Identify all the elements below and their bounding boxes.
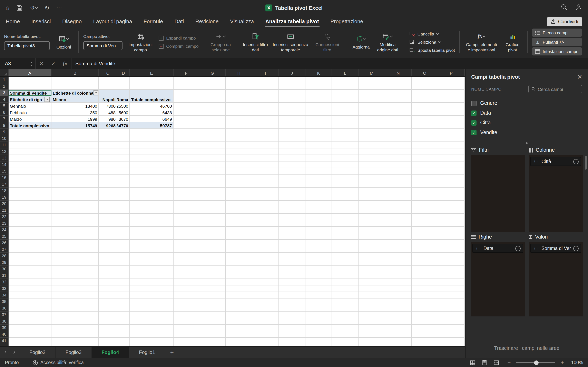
cell-J30[interactable] (279, 266, 305, 272)
cell-B6[interactable]: 350 (52, 109, 99, 116)
cell-B23[interactable] (52, 220, 99, 227)
cell-O12[interactable] (412, 149, 438, 155)
sheet-tab-foglio4[interactable]: Foglio4 (92, 347, 129, 358)
cell-B4[interactable]: Milano (52, 96, 99, 103)
cell-G10[interactable] (199, 135, 226, 142)
cell-J26[interactable] (279, 240, 305, 246)
cell-A17[interactable] (9, 181, 52, 188)
cell-J10[interactable] (279, 135, 305, 142)
cell-N3[interactable] (385, 90, 412, 96)
cell-A14[interactable] (9, 161, 52, 168)
cell-L20[interactable] (332, 201, 359, 207)
tab-layout-di-pagina[interactable]: Layout di pagina (93, 16, 132, 27)
cell-F1[interactable] (173, 77, 199, 83)
cell-C20[interactable] (99, 201, 117, 207)
cell-A23[interactable] (9, 220, 52, 227)
cell-K42[interactable] (305, 344, 332, 346)
row-header-26[interactable]: 26 (0, 240, 9, 246)
cell-L39[interactable] (332, 325, 359, 331)
cell-M6[interactable] (359, 109, 385, 116)
cell-G9[interactable] (199, 129, 226, 135)
cell-L36[interactable] (332, 305, 359, 312)
cell-G1[interactable] (199, 77, 226, 83)
cell-G26[interactable] (199, 240, 226, 246)
cell-B34[interactable] (52, 292, 99, 299)
column-header-e[interactable]: E (130, 69, 173, 76)
cell-N8[interactable] (385, 122, 412, 129)
cell-E8[interactable]: 59787 (130, 122, 173, 129)
cell-D30[interactable] (117, 266, 130, 272)
field-settings-button[interactable]: Impostazioni campo (126, 32, 155, 52)
zoom-in-button[interactable]: + (561, 359, 564, 366)
cell-K30[interactable] (305, 266, 332, 272)
cell-M14[interactable] (359, 161, 385, 168)
cell-D7[interactable]: 3670 (117, 116, 130, 122)
column-header-h[interactable]: H (226, 69, 252, 76)
cell-P12[interactable] (438, 149, 465, 155)
cell-G20[interactable] (199, 201, 226, 207)
cell-F19[interactable] (173, 194, 199, 201)
cell-F7[interactable] (173, 116, 199, 122)
row-header-10[interactable]: 10 (0, 135, 9, 142)
cell-K20[interactable] (305, 201, 332, 207)
info-icon[interactable]: i (515, 246, 521, 251)
cell-L16[interactable] (332, 175, 359, 181)
cell-N31[interactable] (385, 272, 412, 279)
cell-B17[interactable] (52, 181, 99, 188)
cell-C35[interactable] (99, 299, 117, 305)
cell-H20[interactable] (226, 201, 252, 207)
cell-B3[interactable]: Etichette di colonna (52, 90, 99, 96)
cell-K37[interactable] (305, 312, 332, 318)
cell-A36[interactable] (9, 305, 52, 312)
cell-D42[interactable] (117, 344, 130, 346)
row-header-27[interactable]: 27 (0, 246, 9, 253)
cell-A6[interactable]: Febbraio (9, 109, 52, 116)
cell-I40[interactable] (252, 331, 279, 338)
cell-D27[interactable] (117, 246, 130, 253)
row-header-18[interactable]: 18 (0, 188, 9, 194)
zoom-percentage[interactable]: 100% (569, 360, 583, 365)
cell-F38[interactable] (173, 318, 199, 325)
cell-M24[interactable] (359, 227, 385, 233)
cell-E27[interactable] (130, 246, 173, 253)
cell-G30[interactable] (199, 266, 226, 272)
info-icon[interactable]: i (573, 159, 579, 164)
cell-L12[interactable] (332, 149, 359, 155)
cell-C5[interactable]: 7800 (99, 103, 117, 109)
cell-A15[interactable] (9, 168, 52, 175)
cell-I19[interactable] (252, 194, 279, 201)
cell-A27[interactable] (9, 246, 52, 253)
share-button[interactable]: Condividi (546, 17, 582, 26)
add-sheet-button[interactable]: + (165, 347, 179, 358)
cell-J32[interactable] (279, 279, 305, 285)
cell-M11[interactable] (359, 142, 385, 149)
cell-C15[interactable] (99, 168, 117, 175)
cell-N25[interactable] (385, 233, 412, 240)
cell-D19[interactable] (117, 194, 130, 201)
cell-B21[interactable] (52, 207, 99, 214)
fields-items-sets-button[interactable]: fx Campi, elementi e impostazioni (464, 32, 499, 52)
cell-L5[interactable] (332, 103, 359, 109)
cell-B26[interactable] (52, 240, 99, 246)
cell-K7[interactable] (305, 116, 332, 122)
cell-A1[interactable] (9, 77, 52, 83)
page-layout-view-icon[interactable] (482, 360, 487, 365)
column-header-j[interactable]: J (279, 69, 305, 76)
cell-H27[interactable] (226, 246, 252, 253)
cell-D37[interactable] (117, 312, 130, 318)
cell-I42[interactable] (252, 344, 279, 346)
cell-N40[interactable] (385, 331, 412, 338)
cell-E1[interactable] (130, 77, 173, 83)
cell-P26[interactable] (438, 240, 465, 246)
cell-K27[interactable] (305, 246, 332, 253)
cell-I5[interactable] (252, 103, 279, 109)
cell-L34[interactable] (332, 292, 359, 299)
cell-L40[interactable] (332, 331, 359, 338)
row-header-23[interactable]: 23 (0, 220, 9, 227)
cell-J6[interactable] (279, 109, 305, 116)
column-header-m[interactable]: M (359, 69, 385, 76)
cell-A12[interactable] (9, 149, 52, 155)
cell-A9[interactable] (9, 129, 52, 135)
cell-O17[interactable] (412, 181, 438, 188)
cell-G41[interactable] (199, 338, 226, 344)
